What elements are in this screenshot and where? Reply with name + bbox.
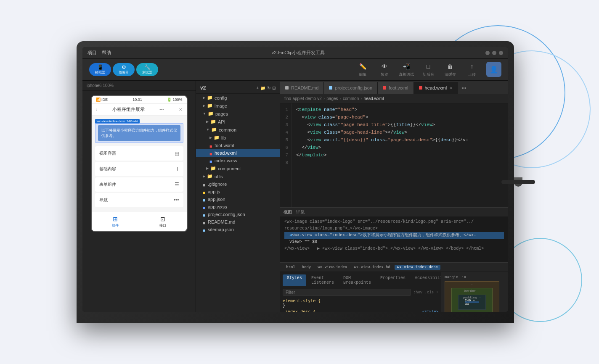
tab-project-config[interactable]: project.config.json <box>324 82 378 94</box>
tree-label-gitignore: .gitignore <box>208 182 227 187</box>
code-lines[interactable]: <template name="head"> <view class="page… <box>292 103 508 207</box>
tree-header-actions: + 📁 ↻ ⊟ <box>256 86 276 90</box>
el-tag-wx-view-index[interactable]: wx-view.index <box>315 265 350 270</box>
phone-content: wx-view.index-desc 240×44 以下将展示小程序官方组件能力… <box>92 116 187 212</box>
nav-component-icon: ⊞ <box>113 216 118 222</box>
maximize-button[interactable] <box>492 51 496 55</box>
phone-close-icon[interactable]: ✕ <box>179 107 182 112</box>
real-label: 预编器 <box>119 70 129 75</box>
edit-action[interactable]: ✏️ 编辑 <box>355 62 370 77</box>
html-tab-details[interactable]: 详见 <box>296 209 305 215</box>
styles-tab-styles[interactable]: Styles <box>283 274 306 286</box>
styles-tab-accessibility[interactable]: Accessibility <box>411 274 441 286</box>
tree-item-app-json[interactable]: ■ app.json <box>196 195 280 203</box>
el-tag-body[interactable]: body <box>300 265 314 270</box>
tree-item-sitemap[interactable]: ■ sitemap.json <box>196 226 280 233</box>
avatar-button[interactable]: 👤 <box>486 62 501 77</box>
real-mode-button[interactable]: ⚙ 预编器 <box>113 63 135 76</box>
preview-action[interactable]: 👁 预览 <box>377 62 392 77</box>
box-margin-value: 10 <box>461 275 466 280</box>
tab-readme[interactable]: README.md <box>280 82 324 94</box>
line-numbers: 12345678 <box>280 103 292 207</box>
nav-interface-label: 接口 <box>159 223 166 228</box>
folder-common-icon: 📁 <box>211 127 217 132</box>
tree-item-app-js[interactable]: ■ app.js <box>196 188 280 195</box>
breadcrumb-pages[interactable]: pages <box>326 96 338 101</box>
list-item-1[interactable]: 基础内容 T <box>95 162 183 176</box>
upload-icon: ↑ <box>467 62 477 71</box>
el-tag-wx-view-index-desc[interactable]: wx-view.index-desc <box>395 265 440 270</box>
html-tab-label[interactable]: 概图 <box>284 209 292 215</box>
upload-action[interactable]: ↑ 上传 <box>464 62 480 77</box>
list-item-2[interactable]: 表单组件 ☰ <box>95 177 183 192</box>
tree-item-app-wxss[interactable]: ■ app.wxss <box>196 203 280 211</box>
phone-menu-icon[interactable]: ••• <box>159 107 164 112</box>
tree-item-image[interactable]: ▶ 📁 image <box>196 102 280 110</box>
tree-item-api[interactable]: ▶ 📁 API <box>196 118 280 126</box>
tree-refresh-icon[interactable]: ↻ <box>267 86 270 90</box>
styles-tab-event-listeners[interactable]: Event Listeners <box>307 274 338 286</box>
phone-bottom-nav: ⊞ 组件 ⊡ 接口 <box>92 212 187 231</box>
tab-foot-wxml[interactable]: foot.wxml <box>378 82 413 94</box>
list-item-0[interactable]: 视图容器 ▤ <box>95 146 183 161</box>
clear-action[interactable]: 🗑 清缓存 <box>443 62 458 77</box>
bg-action[interactable]: □ 切后台 <box>421 62 436 77</box>
real-debug-action[interactable]: 📲 真机调试 <box>399 62 414 77</box>
phone-back-icon: ‹ <box>96 107 97 112</box>
tree-new-folder-icon[interactable]: 📁 <box>260 86 265 90</box>
tree-item-pages[interactable]: ▼ 📁 pages <box>196 110 280 118</box>
phone-status-bar: 📶 IDE 10:01 🔋 100% <box>92 96 187 104</box>
simulator-mode-button[interactable]: 📱 模拟器 <box>89 63 111 76</box>
tree-item-utils[interactable]: ▶ 📁 utils <box>196 172 280 180</box>
filter-input[interactable] <box>283 289 411 296</box>
menu-project[interactable]: 项目 <box>87 50 97 56</box>
tree-new-file-icon[interactable]: + <box>256 86 259 90</box>
tree-label-app-js: app.js <box>208 189 220 194</box>
tree-item-component[interactable]: ▶ 📁 component <box>196 164 280 172</box>
phone-battery: 🔋 100% <box>167 98 183 102</box>
filter-hint: :hov .cls + <box>413 290 438 295</box>
close-button[interactable] <box>499 51 503 55</box>
tree-item-gitignore[interactable]: ■ .gitignore <box>196 180 280 188</box>
avatar-icon: 👤 <box>490 66 498 74</box>
window-controls <box>485 51 503 55</box>
el-tag-wx-view-index-hd[interactable]: wx-view.index-hd <box>351 265 392 270</box>
tab-head-wxml[interactable]: head.wxml ✕ <box>414 82 459 94</box>
code-line-2: <view class="page-head"> <box>296 113 508 121</box>
toolbar: 📱 模拟器 ⚙ 预编器 🔧 测试器 <box>82 59 508 81</box>
nav-component-label: 组件 <box>112 223 119 228</box>
code-editor-container: 12345678 <template name="head"> <view cl… <box>280 103 508 312</box>
list-item-3[interactable]: 导航 ••• <box>95 193 183 207</box>
tab-label-readme: README.md <box>291 85 318 90</box>
file-icon-gitignore: ■ <box>203 182 206 186</box>
html-line-7: </wx-view> <box>418 246 443 251</box>
nav-item-interface[interactable]: ⊡ 接口 <box>159 216 166 228</box>
html-code[interactable]: <wx-image class="index-logo" src="../res… <box>280 217 508 262</box>
styles-tab-dom-breakpoints[interactable]: DOM Breakpoints <box>339 274 375 286</box>
tree-collapse-icon[interactable]: ⊟ <box>272 86 276 90</box>
tree-item-lib[interactable]: ▶ 📁 lib <box>196 134 280 142</box>
test-mode-button[interactable]: 🔧 测试器 <box>136 63 158 76</box>
code-view[interactable]: 12345678 <template name="head"> <view cl… <box>280 103 508 207</box>
tree-item-common[interactable]: ▼ 📁 common <box>196 126 280 134</box>
el-tag-html[interactable]: html <box>284 265 298 270</box>
breadcrumb-common[interactable]: common <box>343 96 359 101</box>
list-label-2: 表单组件 <box>99 182 116 187</box>
tree-item-project-config[interactable]: ■ project.config.json <box>196 211 280 218</box>
minimize-button[interactable] <box>485 51 490 55</box>
breadcrumb-root[interactable]: fino-applet-demo-v2 <box>284 96 322 101</box>
tree-item-head-wxml[interactable]: ■ head.wxml <box>196 149 280 157</box>
tree-item-foot-wxml[interactable]: ■ foot.wxml <box>196 142 280 149</box>
box-visual: - border - pad <box>445 281 499 312</box>
menu-help[interactable]: 帮助 <box>102 50 111 56</box>
styles-tab-properties[interactable]: Properties <box>376 274 410 286</box>
tab-close-head-wxml[interactable]: ✕ <box>449 86 453 90</box>
tab-more-button[interactable]: ••• <box>458 82 470 94</box>
tree-item-config[interactable]: ▶ 📁 config <box>196 94 280 102</box>
phone-title-bar: ‹ 小程序组件展示 ••• ✕ <box>92 104 187 116</box>
nav-item-component[interactable]: ⊞ 组件 <box>112 216 119 228</box>
bg-label: 切后台 <box>423 72 434 77</box>
tree-item-index-wxss[interactable]: ■ index.wxss <box>196 157 280 164</box>
tree-item-readme[interactable]: ■ README.md <box>196 218 280 226</box>
html-line-3: ◀<wx-view class="index-desc">以下将展示小程序官方组… <box>284 232 504 239</box>
